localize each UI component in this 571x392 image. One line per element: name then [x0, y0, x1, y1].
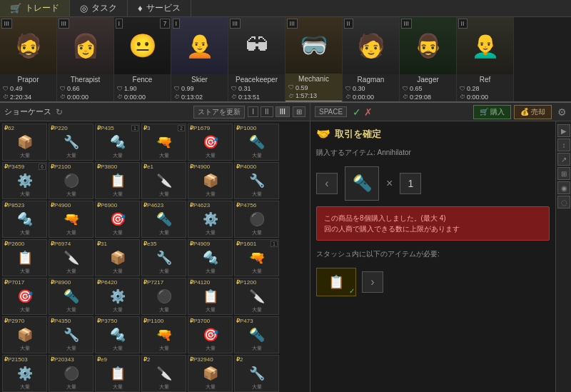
item-cell[interactable]: ₽e1 🔪 大量 [141, 162, 186, 199]
item-price: ₽P3800 [96, 163, 139, 171]
side-btn-1[interactable]: ▶ [557, 124, 570, 137]
side-btn-6[interactable]: ◌ [557, 196, 570, 208]
item-label: 大量 [142, 383, 186, 391]
trader-prapor[interactable]: 🧔 III Prapor 🛡0.49 ⏱2:20:34 [0, 17, 57, 103]
item-cell[interactable]: ₽P2970 📦 大量 [2, 316, 47, 353]
item-cell[interactable]: ₽P20343 ⚫ 大量 [49, 355, 94, 392]
item-cell[interactable]: ₽P1679 🎯 大量 [188, 124, 233, 161]
item-cell[interactable]: ₽3 🔫 大量 2 [141, 124, 186, 161]
item-cell[interactable]: ₽P473 🔦 大量 [234, 316, 279, 353]
task-tab[interactable]: ◎ タスク [70, 0, 128, 16]
item-label: 大量 [188, 344, 232, 353]
item-image: ⚙️ [3, 171, 46, 190]
trader-ragman[interactable]: 🧑 II Ragman 🛡0.30 ⏱0:00:00 [343, 17, 400, 103]
mechanic-level: III [287, 19, 298, 29]
item-cell[interactable]: ₽P7217 ⚫ 大量 [141, 278, 186, 315]
item-image: 🔧 [49, 326, 93, 344]
item-cell[interactable]: ₽P4909 🔩 大量 [188, 239, 233, 276]
item-cell[interactable]: ₽P3459 ⚙️ 大量 6 [2, 162, 47, 199]
roman-tab-3[interactable]: III [276, 106, 290, 117]
item-cell[interactable]: ₽P4623 ⚙️ 大量 [188, 201, 233, 238]
left-arrow-button[interactable]: ‹ [316, 173, 338, 194]
item-cell[interactable]: ₽62 📦 大量 [2, 124, 47, 161]
item-cell[interactable]: ₽P435 🔩 大量 1 [95, 124, 140, 161]
side-btn-2[interactable]: ↕ [557, 139, 570, 151]
item-cell[interactable]: ₽P2600 📋 大量 [2, 239, 47, 276]
item-cell[interactable]: ₽P8900 🔦 大量 [49, 278, 94, 315]
item-cell[interactable]: ₽P4900 🔫 大量 [49, 201, 94, 238]
item-cell[interactable]: ₽P2100 ⚫ 大量 [49, 162, 94, 199]
trader-jaeger[interactable]: 🧔‍♂️ III Jaeger 🛡0.65 ⏱0:29:08 [400, 17, 457, 103]
item-cell[interactable]: ₽e35 🔧 大量 [141, 239, 186, 276]
refresh-icon: ↻ [56, 107, 63, 117]
item-cell[interactable]: ₽31 📦 大量 [95, 239, 140, 276]
item-label: 大量 [142, 190, 186, 198]
item-image: 🔩 [96, 326, 139, 344]
item-label: 大量 [96, 306, 139, 314]
item-cell[interactable]: ₽P4350 🔧 大量 [49, 316, 94, 353]
side-btn-5[interactable]: ◉ [557, 181, 570, 194]
item-cell[interactable]: ₽P3750 🔩 大量 [95, 316, 140, 353]
item-cell[interactable]: ₽2 🔪 大量 [141, 355, 186, 392]
settings-icon[interactable]: ⚙ [557, 106, 567, 118]
trader-skier[interactable]: 🧑‍🦲 I Skier 🛡0.99 ⏱0:13:02 [171, 17, 228, 103]
item-cell[interactable]: ₽P4623 🔦 大量 [141, 201, 186, 238]
item-cell[interactable]: ₽P7017 🎯 大量 [2, 278, 47, 315]
right-arrow-button[interactable]: › [362, 271, 383, 293]
buy-button[interactable]: 🛒 購入 [473, 105, 511, 119]
item-price: ₽P7017 [3, 278, 46, 287]
item-cell[interactable]: ₽P21503 ⚙️ 大量 [2, 355, 47, 392]
item-image: 🔦 [142, 210, 186, 228]
task-icon: ◎ [80, 3, 88, 14]
item-image: ⚙️ [188, 210, 232, 228]
item-cell[interactable]: ₽P32940 📦 大量 [188, 355, 233, 392]
grid-view-button[interactable]: ⊞ [293, 106, 305, 117]
item-cell[interactable]: ₽P220 🔧 大量 [49, 124, 94, 161]
item-cell[interactable]: ₽P1000 🔦 大量 [234, 124, 279, 161]
item-label: 大量 [49, 151, 93, 160]
quantity-box: 1 [400, 173, 421, 194]
trade-confirm-header: 🤝 取引を確定 [316, 127, 550, 141]
trader-ref[interactable]: 👨‍🦲 II Ref 🛡0.28 ⏱0:00:00 [457, 17, 514, 103]
trader-mechanic[interactable]: 🥽 III Mechanic 🛡0.59 ⏱1:57:13 [286, 17, 343, 103]
item-price: ₽P4900 [49, 201, 93, 210]
item-cell[interactable]: ₽2 🔧 大量 [234, 355, 279, 392]
item-cell[interactable]: ₽P4120 📋 大量 [188, 278, 233, 315]
item-cell[interactable]: ₽e9 📋 大量 [95, 355, 140, 392]
item-cell[interactable]: ₽P1100 🔫 大量 [141, 316, 186, 353]
roman-tab-2[interactable]: II [261, 106, 273, 117]
update-store-button[interactable]: ストアを更新 [193, 106, 245, 119]
item-label: 大量 [142, 151, 186, 160]
trader-fence[interactable]: 😐 I 7 Fence 🛡1.90 ⏱0:00:00 [114, 17, 171, 103]
sell-button[interactable]: 💰 売却 [514, 105, 552, 119]
item-cell[interactable]: ₽P8523 🔩 大量 [2, 201, 47, 238]
trader-therapist[interactable]: 👩 III Therapist 🛡0.66 ⏱0:00:00 [57, 17, 114, 103]
item-cell[interactable]: ₽P4000 🔧 大量 [234, 162, 279, 199]
trade-tab[interactable]: 🛒 トレード [0, 0, 70, 16]
trader-peacekeeper[interactable]: 🕶 III Peacekeeper 🛡0.31 ⏱0:13:51 [228, 17, 286, 103]
item-cell[interactable]: ₽P1200 🔪 大量 [234, 278, 279, 315]
prapor-level: III [1, 19, 13, 29]
item-label: 大量 [188, 190, 232, 198]
item-cell[interactable]: ₽P6420 ⚙️ 大量 [95, 278, 140, 315]
item-cell[interactable]: ₽P3800 📋 大量 [95, 162, 140, 199]
item-cell[interactable]: ₽P6974 🔪 大量 [49, 239, 94, 276]
right-content: 🤝 取引を確定 購入するアイテム: Annihilator ‹ 🔦 × 1 [310, 121, 555, 392]
item-price: ₽P2970 [3, 317, 46, 326]
stash-label: スタッシュ内に以下のアイテムが必要: [316, 249, 550, 259]
item-cell[interactable]: ₽P4756 ⚫ 大量 [234, 201, 279, 238]
roman-tab-1[interactable]: I [248, 106, 258, 117]
side-btn-4[interactable]: ⊞ [557, 167, 570, 180]
item-cell[interactable]: ₽P1601 🔫 大量 1 [234, 239, 279, 276]
item-cell[interactable]: ₽P6900 🎯 大量 [95, 201, 140, 238]
item-price: ₽P32940 [188, 356, 232, 364]
item-image: 📋 [188, 287, 232, 306]
jaeger-stats: 🛡0.65 ⏱0:29:08 [400, 85, 456, 101]
peacekeeper-name: Peacekeeper [236, 74, 278, 85]
service-tab[interactable]: ♦ サービス [128, 0, 191, 16]
item-price: ₽P3750 [96, 317, 139, 326]
item-cell[interactable]: ₽P4900 📦 大量 [188, 162, 233, 199]
item-cell[interactable]: ₽P3700 🎯 大量 [188, 316, 233, 353]
roman-tabs: I II III [248, 106, 290, 117]
side-btn-3[interactable]: ↗ [557, 153, 570, 166]
